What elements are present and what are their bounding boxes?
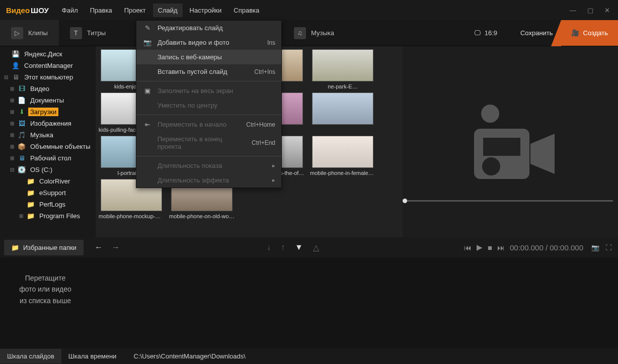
- tree-item[interactable]: ⊞🖥Рабочий стол: [0, 152, 96, 164]
- tree-item[interactable]: ⊞📄Документы: [0, 95, 96, 106]
- menu-item-label: Запись с веб-камеры: [158, 53, 222, 61]
- svg-point-2: [482, 157, 500, 175]
- thumb-image: [312, 49, 373, 81]
- thumb-caption: mobile-phone-mockup-P5H…: [99, 213, 164, 219]
- sort-controls: ↓ ↑ ▼ △: [122, 243, 464, 252]
- shortcut-label: Ins: [267, 39, 275, 46]
- expand-icon[interactable]: ⊟: [9, 167, 15, 172]
- thumb-caption: mobile-phone-on-old-wood…: [169, 213, 235, 219]
- arrow-up-outline-icon[interactable]: △: [313, 243, 319, 252]
- tree-item[interactable]: ⊞📁Program Files: [0, 210, 96, 222]
- timeline-drop-area[interactable]: Перетащите фото или видео из списка выше: [0, 257, 618, 348]
- menu-settings[interactable]: Настройки: [185, 4, 227, 17]
- prev-icon[interactable]: ⏮: [464, 243, 472, 252]
- snapshot-icon[interactable]: 📷: [591, 244, 599, 251]
- seek-handle[interactable]: [403, 199, 407, 203]
- menu-item-icon: 📷: [142, 39, 152, 46]
- aspect-ratio[interactable]: 🖵 16:9: [474, 29, 497, 37]
- expand-icon[interactable]: ⊞: [9, 109, 15, 115]
- tree-label: OS (C:): [28, 165, 54, 174]
- tree-label: Этот компьютер: [22, 73, 75, 81]
- folder-tree[interactable]: 💾Яндекс.Диск👤ContentManager⊟🖥Этот компью…: [0, 46, 96, 237]
- close-icon[interactable]: ✕: [602, 5, 612, 16]
- menu-item: Длительность показа▸: [136, 158, 281, 173]
- tree-label: ContentManager: [22, 61, 75, 70]
- thumbnail[interactable]: mobile-phone-in-female-ha…: [310, 136, 375, 176]
- tree-label: Документы: [28, 96, 66, 105]
- tree-label: PerfLogs: [37, 200, 67, 209]
- tree-item[interactable]: ⊟💽OS (C:): [0, 164, 96, 175]
- tree-label: Загрузки: [28, 108, 58, 116]
- stop-icon[interactable]: ■: [488, 243, 492, 252]
- minimize-icon[interactable]: —: [568, 5, 578, 16]
- menu-edit[interactable]: Правка: [85, 4, 117, 17]
- tree-item[interactable]: ⊞🎞Видео: [0, 83, 96, 95]
- tab-music[interactable]: ♫ Музыка: [283, 20, 345, 46]
- menu-file[interactable]: Файл: [57, 4, 83, 17]
- tree-label: ColorRiver: [37, 177, 72, 186]
- path-display: C:\Users\ContentManager\Downloads\: [126, 349, 253, 363]
- folder-icon: 🖥: [17, 154, 26, 162]
- arrow-down-fill-icon[interactable]: ▼: [295, 243, 303, 252]
- expand-icon[interactable]: ⊞: [9, 86, 15, 92]
- expand-icon[interactable]: ⊞: [9, 155, 15, 161]
- expand-icon[interactable]: ⊞: [9, 132, 15, 138]
- music-icon: ♫: [294, 27, 306, 39]
- tree-item[interactable]: 👤ContentManager: [0, 60, 96, 71]
- expand-icon[interactable]: ⊟: [3, 74, 9, 80]
- tree-item[interactable]: 📁PerfLogs: [0, 199, 96, 210]
- menu-item[interactable]: ✎Редактировать слайд: [136, 21, 281, 35]
- tree-item[interactable]: ⊞⬇Загрузки: [0, 106, 96, 118]
- menu-item[interactable]: Запись с веб-камеры: [136, 50, 281, 64]
- menu-item: Переместить в конец проектаCtrl+End: [136, 132, 281, 154]
- menu-project[interactable]: Проект: [119, 4, 151, 17]
- menu-item-label: Длительность показа: [158, 162, 222, 169]
- tab-timeline[interactable]: Шкала времени: [61, 349, 124, 363]
- drop-hint-text: Перетащите фото или видео из списка выше: [15, 272, 75, 306]
- submenu-arrow-icon: ▸: [272, 177, 275, 184]
- tree-item[interactable]: ⊞🖼Изображения: [0, 118, 96, 129]
- tree-label: Музыка: [28, 131, 55, 139]
- arrow-down-icon[interactable]: ↓: [267, 243, 271, 252]
- tree-label: Объемные объекты: [28, 142, 93, 151]
- control-bar: 📁 Избранные папки ← → ↓ ↑ ▼ △ ⏮ ▶ ■ ⏭ 00…: [0, 237, 618, 257]
- tab-clips[interactable]: ▷ Клипы: [0, 20, 59, 46]
- back-icon[interactable]: ←: [93, 241, 105, 254]
- play-icon[interactable]: ▶: [477, 243, 483, 252]
- expand-icon[interactable]: ⊞: [9, 121, 15, 126]
- thumbnail[interactable]: ne-park-E…: [310, 49, 375, 89]
- folder-icon: 🖥: [11, 73, 20, 81]
- tree-item[interactable]: ⊟🖥Этот компьютер: [0, 71, 96, 83]
- arrow-up-icon[interactable]: ↑: [281, 243, 285, 252]
- expand-icon[interactable]: ⊞: [9, 144, 15, 149]
- menu-help[interactable]: Справка: [228, 4, 264, 17]
- create-button[interactable]: 🎥 Создать: [561, 20, 618, 46]
- thumb-image: [312, 93, 373, 125]
- tree-item[interactable]: ⊞📦Объемные объекты: [0, 141, 96, 152]
- expand-icon[interactable]: ⊞: [9, 98, 15, 103]
- tree-item[interactable]: ⊞🎵Музыка: [0, 129, 96, 141]
- forward-icon[interactable]: →: [110, 241, 122, 254]
- menu-item[interactable]: Вставить пустой слайдCtrl+Ins: [136, 64, 281, 79]
- menu-item: Длительность эффекта▸: [136, 173, 281, 188]
- favorites-button[interactable]: 📁 Избранные папки: [4, 240, 84, 255]
- next-icon[interactable]: ⏭: [497, 243, 505, 252]
- menu-item[interactable]: 📷Добавить видео и фотоIns: [136, 35, 281, 50]
- thumbnail[interactable]: [310, 93, 375, 133]
- tree-label: Яндекс.Диск: [22, 50, 64, 58]
- tree-item[interactable]: 📁eSupport: [0, 187, 96, 199]
- folder-icon: 💽: [17, 166, 26, 174]
- tree-item[interactable]: 💾Яндекс.Диск: [0, 48, 96, 60]
- menu-item-label: Длительность эффекта: [158, 176, 229, 184]
- menu-item-label: Заполнить на весь экран: [158, 87, 233, 95]
- timecode: 00:00.000 / 00:00.000: [510, 243, 583, 252]
- expand-icon[interactable]: ⊞: [18, 213, 24, 219]
- menu-slide[interactable]: Слайд: [153, 4, 183, 17]
- maximize-icon[interactable]: ▢: [585, 5, 595, 16]
- seek-bar[interactable]: [404, 200, 613, 202]
- fullscreen-icon[interactable]: ⛶: [605, 244, 612, 251]
- tab-titles[interactable]: T Титры: [59, 20, 117, 46]
- tab-slide-scale[interactable]: Шкала слайдов: [0, 349, 61, 363]
- preview-options: 📷 ⛶: [591, 244, 612, 251]
- tree-item[interactable]: 📁ColorRiver: [0, 175, 96, 187]
